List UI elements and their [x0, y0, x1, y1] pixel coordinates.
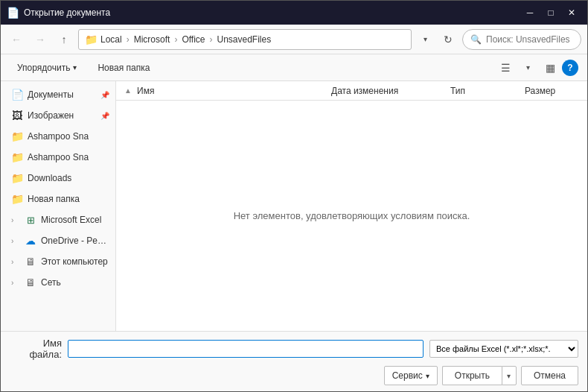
address-bar-row: ← → ↑ 📁 Local › Microsoft › Office › Uns…: [1, 25, 587, 54]
refresh-button[interactable]: ↻: [438, 30, 458, 49]
filetype-dropdown[interactable]: Все файлы Excel (*.xl*;*.xlsx;*.: [429, 340, 578, 358]
new-folder-label: Новая папка: [98, 63, 150, 73]
sidebar: 📄 Документы 📌 🖼 Изображен 📌 📁 Ashampoo S…: [1, 81, 116, 331]
empty-message: Нет элементов, удовлетворяющих условиям …: [234, 210, 470, 221]
open-button-group: Открыть ▾: [442, 366, 517, 385]
search-input[interactable]: [486, 34, 573, 45]
view-list-button[interactable]: ☰: [495, 57, 516, 78]
sidebar-label-images: Изображен: [28, 110, 74, 121]
address-microsoft: Microsoft: [134, 34, 170, 45]
sidebar-item-network[interactable]: › 🖥 Сеть: [1, 272, 115, 293]
sidebar-item-onedrive[interactable]: › ☁ OneDrive - Perso: [1, 230, 115, 251]
expand-arrow-thispc: ›: [11, 258, 20, 266]
col-header-name[interactable]: Имя: [134, 83, 328, 99]
window-icon: 📄: [7, 7, 19, 19]
view-details-button[interactable]: ▦: [540, 57, 560, 78]
address-dropdown-button[interactable]: ▾: [416, 30, 434, 49]
pin-icon: 📌: [100, 91, 109, 99]
search-icon: 🔍: [470, 34, 482, 45]
organize-label: Упорядочить: [17, 63, 70, 73]
window-controls: ─ □ ✕: [520, 4, 581, 21]
close-button[interactable]: ✕: [562, 4, 581, 21]
folder-icon-ashampoo1: 📁: [11, 130, 23, 142]
sidebar-label-downloads: Downloads: [28, 173, 71, 183]
sidebar-label-thispc: Этот компьютер: [41, 256, 108, 267]
bottom-bar: Имя файла: Все файлы Excel (*.xl*;*.xlsx…: [1, 331, 587, 391]
sidebar-label-ashampoo2: Ashampoo Sna: [28, 152, 89, 162]
excel-icon: ⊞: [25, 215, 36, 226]
documents-icon: 📄: [11, 89, 23, 101]
organize-arrow-icon: ▾: [73, 63, 77, 72]
thispc-icon: 🖥: [25, 256, 36, 268]
filename-input[interactable]: [68, 340, 424, 358]
view-buttons: ☰ ▾ ▦ ?: [495, 57, 578, 78]
forward-button[interactable]: →: [31, 30, 50, 49]
file-list: Нет элементов, удовлетворяющих условиям …: [116, 101, 587, 331]
expand-arrow-excel: ›: [11, 216, 20, 224]
open-button[interactable]: Открыть: [442, 366, 502, 385]
sidebar-item-images[interactable]: 🖼 Изображен 📌: [1, 105, 115, 126]
address-unsavedfiles: UnsavedFiles: [217, 34, 272, 45]
sidebar-label-newfolder: Новая папка: [28, 194, 80, 204]
organize-button[interactable]: Упорядочить ▾: [10, 57, 84, 78]
col-header-date[interactable]: Дата изменения: [328, 83, 447, 99]
folder-icon-ashampoo2: 📁: [11, 151, 23, 163]
sidebar-item-excel[interactable]: › ⊞ Microsoft Excel: [1, 209, 115, 230]
help-button[interactable]: ?: [562, 60, 578, 76]
col-header-size[interactable]: Размер: [522, 83, 581, 99]
minimize-button[interactable]: ─: [520, 4, 540, 21]
filename-row: Имя файла: Все файлы Excel (*.xl*;*.xlsx…: [10, 338, 578, 360]
column-headers: ▲ Имя Дата изменения Тип Размер: [116, 81, 587, 101]
address-office: Office: [182, 34, 205, 45]
onedrive-icon: ☁: [25, 235, 36, 247]
sidebar-label-excel: Microsoft Excel: [41, 215, 101, 225]
sidebar-label-ashampoo1: Ashampoo Sna: [28, 131, 89, 142]
service-arrow-icon: ▾: [426, 372, 429, 380]
sidebar-item-documents[interactable]: 📄 Документы 📌: [1, 84, 115, 105]
content-area: ▲ Имя Дата изменения Тип Размер Нет элем…: [116, 81, 587, 331]
folder-icon-newfolder: 📁: [11, 193, 23, 205]
address-local: Local: [100, 34, 122, 45]
open-dropdown-button[interactable]: ▾: [502, 366, 517, 385]
main-area: 📄 Документы 📌 🖼 Изображен 📌 📁 Ashampoo S…: [1, 81, 587, 331]
expand-arrow-onedrive: ›: [11, 237, 20, 245]
window-title: Открытие документа: [24, 7, 520, 18]
back-button[interactable]: ←: [7, 30, 26, 49]
sort-button[interactable]: ▲: [122, 83, 134, 99]
sidebar-item-newfolder[interactable]: 📁 Новая папка: [1, 189, 115, 209]
action-row: Сервис ▾ Открыть ▾ Отмена: [10, 366, 578, 385]
sidebar-label-onedrive: OneDrive - Perso: [41, 235, 109, 246]
address-folder-icon: 📁: [85, 34, 98, 45]
sidebar-item-ashampoo2[interactable]: 📁 Ashampoo Sna: [1, 147, 115, 168]
view-dropdown-button[interactable]: ▾: [517, 57, 538, 78]
sidebar-label-documents: Документы: [28, 89, 74, 100]
folder-icon-downloads: 📁: [11, 172, 23, 184]
service-button[interactable]: Сервис ▾: [384, 366, 438, 385]
col-header-type[interactable]: Тип: [447, 83, 522, 99]
sidebar-item-thispc[interactable]: › 🖥 Этот компьютер: [1, 251, 115, 272]
pin-icon-2: 📌: [100, 112, 109, 120]
network-icon: 🖥: [25, 276, 36, 288]
service-label: Сервис: [392, 370, 423, 381]
cancel-button[interactable]: Отмена: [521, 366, 578, 385]
filename-label: Имя файла:: [10, 338, 62, 360]
sidebar-label-network: Сеть: [41, 277, 61, 288]
title-bar: 📄 Открытие документа ─ □ ✕: [1, 1, 587, 25]
search-box[interactable]: 🔍: [462, 29, 581, 50]
maximize-button[interactable]: □: [541, 4, 560, 21]
dialog-window: 📄 Открытие документа ─ □ ✕ ← → ↑ 📁 Local…: [0, 0, 588, 392]
expand-arrow-network: ›: [11, 279, 20, 287]
new-folder-button[interactable]: Новая папка: [90, 57, 157, 78]
sidebar-item-ashampoo1[interactable]: 📁 Ashampoo Sna: [1, 126, 115, 147]
address-box[interactable]: 📁 Local › Microsoft › Office › UnsavedFi…: [78, 29, 412, 50]
toolbar-row: Упорядочить ▾ Новая папка ☰ ▾ ▦ ?: [1, 54, 587, 81]
images-icon: 🖼: [11, 110, 23, 121]
sidebar-item-downloads[interactable]: 📁 Downloads: [1, 168, 115, 189]
up-button[interactable]: ↑: [54, 30, 74, 49]
